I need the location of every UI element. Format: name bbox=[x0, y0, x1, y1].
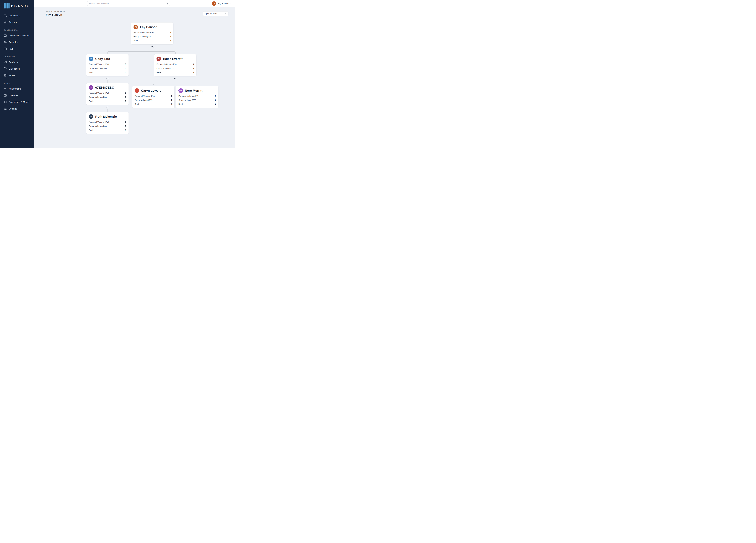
stat-label-rank: Rank bbox=[89, 71, 94, 73]
member-card-07e5687ebc[interactable]: 0 07E5687EBC Personal Volume (PV)0 Group… bbox=[86, 83, 129, 105]
stat-value-rank: 0 bbox=[125, 100, 126, 102]
sidebar-item-label: Categories bbox=[9, 67, 20, 70]
stat-label-gv: Group Volume (GV) bbox=[135, 99, 153, 101]
bar-chart-icon bbox=[4, 21, 7, 24]
stat-label-pv: Personal Volume (PV) bbox=[156, 63, 177, 65]
sidebar-section-tools: TOOLS bbox=[4, 82, 34, 84]
sidebar-item-label: Stores bbox=[9, 74, 15, 77]
page-eyebrow: ENROLLMENT TREE bbox=[46, 11, 65, 12]
stat-value-pv: 0 bbox=[125, 63, 126, 65]
avatar: CL bbox=[135, 88, 139, 93]
date-selector-value: April 30, 2024 bbox=[205, 12, 217, 15]
search-icon[interactable] bbox=[166, 2, 168, 5]
connector-line bbox=[152, 48, 152, 51]
stat-label-gv: Group Volume (GV) bbox=[178, 99, 196, 101]
tag-icon bbox=[4, 67, 7, 70]
wallet-icon bbox=[4, 47, 7, 50]
enrollment-tree-page: ENROLLMENT TREE Fay Banson April 30, 202… bbox=[34, 7, 235, 148]
stat-label-pv: Personal Volume (PV) bbox=[89, 121, 109, 123]
collapse-chevron-icon[interactable] bbox=[174, 78, 176, 80]
avatar: HE bbox=[156, 57, 161, 61]
sidebar-item-label: Paid bbox=[9, 47, 13, 50]
stat-value-rank: 0 bbox=[170, 39, 171, 42]
stat-label-gv: Group Volume (GV) bbox=[89, 125, 107, 127]
collapse-chevron-icon[interactable] bbox=[106, 78, 109, 80]
member-card-cody-tate[interactable]: CT Cody Tate Personal Volume (PV)0 Group… bbox=[86, 54, 129, 76]
stat-label-rank: Rank bbox=[134, 39, 138, 42]
user-avatar: FB bbox=[212, 1, 216, 6]
chevron-down-icon bbox=[230, 2, 232, 5]
stat-value-pv: 0 bbox=[215, 95, 216, 97]
connector-line bbox=[107, 109, 108, 112]
sliders-icon bbox=[4, 107, 7, 110]
stat-value-pv: 0 bbox=[170, 31, 171, 34]
users-icon bbox=[4, 14, 7, 17]
sidebar-item-stores[interactable]: Stores bbox=[0, 72, 34, 79]
stat-value-gv: 0 bbox=[193, 67, 194, 69]
qr-code-icon bbox=[4, 61, 7, 63]
member-name: Halee Everett bbox=[163, 57, 182, 61]
stat-label-pv: Personal Volume (PV) bbox=[89, 92, 109, 94]
avatar: CT bbox=[89, 57, 93, 61]
stat-value-rank: 0 bbox=[215, 103, 216, 105]
sidebar-item-label: Commission Periods bbox=[9, 34, 30, 37]
stat-label-pv: Personal Volume (PV) bbox=[134, 31, 154, 34]
user-menu[interactable]: FB Fay Banson bbox=[212, 1, 232, 6]
sidebar-item-label: Documents & Media bbox=[9, 101, 29, 103]
member-name: Ruth Mckenzie bbox=[95, 115, 117, 118]
list-plus-icon bbox=[4, 87, 7, 90]
sidebar-item-settings[interactable]: Settings bbox=[0, 105, 34, 112]
collapse-chevron-icon[interactable] bbox=[151, 46, 153, 49]
member-name: 07E5687EBC bbox=[95, 86, 114, 89]
date-selector[interactable]: April 30, 2024 bbox=[203, 11, 228, 16]
member-card-halee-everett[interactable]: HE Halee Everett Personal Volume (PV)0 G… bbox=[154, 54, 196, 76]
sidebar-item-calendar[interactable]: Calendar bbox=[0, 92, 34, 99]
stat-value-rank: 0 bbox=[125, 71, 126, 73]
sidebar-item-commission-periods[interactable]: $ Commission Periods bbox=[0, 32, 34, 39]
stat-label-pv: Personal Volume (PV) bbox=[178, 95, 199, 97]
stat-label-rank: Rank bbox=[135, 103, 139, 105]
stat-value-pv: 0 bbox=[193, 63, 194, 65]
connector-line bbox=[107, 80, 108, 83]
sidebar: PILLARS Customers Reports COMMISSIONS $ … bbox=[0, 0, 34, 148]
page-title: Fay Banson bbox=[46, 13, 62, 16]
avatar: 0 bbox=[89, 85, 93, 90]
member-card-ruth-mckenzie[interactable]: RM Ruth Mckenzie Personal Volume (PV)0 G… bbox=[86, 112, 129, 134]
sidebar-item-payables[interactable]: Payables bbox=[0, 39, 34, 45]
calendar-dollar-icon: $ bbox=[4, 34, 7, 37]
stat-value-gv: 0 bbox=[171, 99, 172, 101]
stat-value-rank: 0 bbox=[171, 103, 172, 105]
member-name: Caryn Lowery bbox=[141, 89, 161, 92]
stat-value-gv: 0 bbox=[215, 99, 216, 101]
sidebar-item-categories[interactable]: Categories bbox=[0, 65, 34, 72]
member-name: Fay Banson bbox=[140, 25, 157, 29]
search-input[interactable] bbox=[87, 1, 170, 6]
stat-value-gv: 0 bbox=[125, 67, 126, 69]
stat-label-gv: Group Volume (GV) bbox=[134, 35, 152, 38]
brand-wordmark: PILLARS bbox=[11, 4, 29, 8]
sidebar-section-commissions: COMMISSIONS bbox=[4, 29, 34, 31]
brand-logo[interactable]: PILLARS bbox=[0, 0, 34, 12]
sidebar-item-label: Adjustments bbox=[9, 87, 21, 90]
connector-line bbox=[155, 84, 196, 84]
circle-dollar-icon bbox=[4, 41, 7, 44]
collapse-chevron-icon[interactable] bbox=[106, 107, 109, 109]
member-card-fay-banson[interactable]: FB Fay Banson Personal Volume (PV)0 Grou… bbox=[131, 22, 173, 44]
calendar-icon bbox=[4, 94, 7, 97]
sidebar-item-adjustments[interactable]: Adjustments bbox=[0, 85, 34, 92]
sidebar-item-documents-media[interactable]: Documents & Media bbox=[0, 99, 34, 105]
sidebar-item-label: Payables bbox=[9, 41, 18, 43]
stat-value-gv: 0 bbox=[125, 96, 126, 98]
stat-label-gv: Group Volume (GV) bbox=[156, 67, 174, 69]
member-card-caryn-lowery[interactable]: CL Caryn Lowery Personal Volume (PV)0 Gr… bbox=[132, 86, 174, 108]
sidebar-item-paid[interactable]: Paid bbox=[0, 45, 34, 52]
sidebar-section-inventory: INVENTORY bbox=[4, 56, 34, 58]
member-name: Cody Tate bbox=[95, 57, 110, 61]
member-card-nero-merritt[interactable]: NM Nero Merritt Personal Volume (PV)0 Gr… bbox=[176, 86, 218, 108]
sidebar-item-products[interactable]: Products bbox=[0, 59, 34, 65]
sidebar-item-customers[interactable]: Customers bbox=[0, 12, 34, 19]
connector-line bbox=[107, 51, 109, 54]
stat-value-rank: 0 bbox=[125, 129, 126, 131]
stat-value-rank: 0 bbox=[193, 71, 194, 73]
sidebar-item-reports[interactable]: Reports bbox=[0, 19, 34, 25]
